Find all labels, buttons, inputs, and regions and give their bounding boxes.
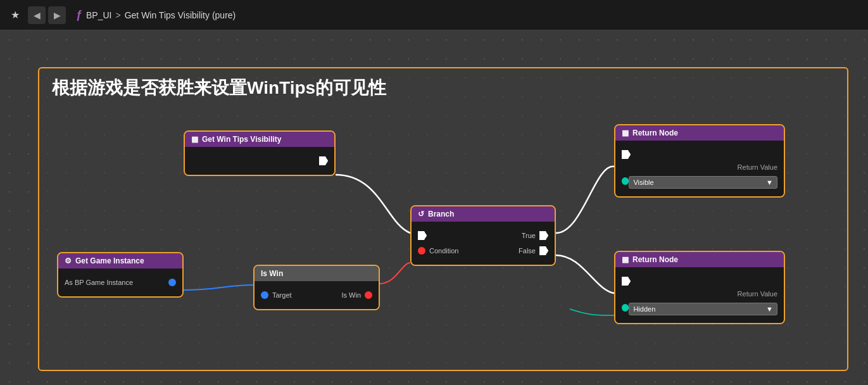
as-bp-row: As BP Game Instance [65, 276, 176, 289]
node-get-win-tips[interactable]: ▦ Get Win Tips Visibility [184, 130, 336, 176]
branch-exec-in-pin[interactable] [418, 231, 427, 240]
node-return-true[interactable]: ▦ Return Node Return Value Visible ▼ [614, 124, 785, 198]
func-icon: ƒ [76, 8, 82, 22]
breadcrumb: ƒ BP_UI > Get Win Tips Visibility (pure) [76, 8, 236, 22]
node-branch[interactable]: ↺ Branch True Condition False [410, 205, 556, 266]
node-get-win-tips-body [185, 147, 334, 175]
node-is-win-body: Target Is Win [255, 281, 379, 309]
as-bp-out-pin[interactable] [168, 279, 176, 286]
branch-condition-pin[interactable] [418, 247, 425, 255]
branch-true-pin[interactable] [539, 231, 548, 240]
forward-button[interactable]: ▶ [48, 6, 66, 24]
return-false-dropdown[interactable]: Hidden ▼ [629, 303, 777, 315]
target-in-pin[interactable] [261, 291, 268, 299]
node-return-false-body: Return Value Hidden ▼ [615, 267, 784, 323]
branch-true-label: True [522, 232, 536, 239]
branch-refresh-icon: ↺ [418, 210, 424, 218]
return-true-dropdown[interactable]: Visible ▼ [629, 176, 777, 189]
back-button[interactable]: ◀ [28, 6, 46, 24]
chevron-down-false-icon: ▼ [766, 305, 773, 313]
return-false-value-label: Return Value [622, 290, 777, 298]
node-get-game-instance-title: Get Game Instance [75, 256, 144, 265]
node-return-false[interactable]: ▦ Return Node Return Value Hidden ▼ [614, 251, 785, 324]
return-true-dropdown-value: Visible [633, 179, 653, 186]
return-false-dropdown-value: Hidden [633, 305, 655, 313]
node-is-win[interactable]: Is Win Target Is Win [253, 265, 380, 310]
nav-buttons: ◀ ▶ [28, 6, 66, 24]
return-false-value-row: Hidden ▼ [622, 300, 777, 315]
node-return-true-title: Return Node [632, 129, 678, 137]
node-branch-header: ↺ Branch [412, 206, 555, 222]
return-true-value-row: Visible ▼ [622, 174, 777, 189]
branch-condition-label: Condition [429, 247, 519, 255]
return-true-grid-icon: ▦ [622, 129, 629, 137]
as-bp-label: As BP Game Instance [65, 279, 133, 286]
node-branch-body: True Condition False [412, 222, 555, 265]
return-true-value-pin[interactable] [622, 177, 629, 185]
return-false-exec-row [622, 275, 777, 287]
return-false-exec-in-pin[interactable] [622, 277, 631, 286]
exec-out-pin[interactable] [319, 156, 328, 165]
branch-false-pin[interactable] [539, 246, 548, 255]
bookmark-icon[interactable]: ★ [8, 8, 23, 23]
node-return-true-body: Return Value Visible ▼ [615, 141, 784, 196]
return-false-grid-icon: ▦ [622, 255, 629, 264]
node-get-win-tips-title: Get Win Tips Visibility [202, 135, 281, 144]
is-win-label: Is Win [341, 291, 361, 299]
node-return-false-header: ▦ Return Node [615, 252, 784, 267]
node-get-win-tips-header: ▦ Get Win Tips Visibility [185, 132, 334, 147]
node-is-win-header: Is Win [255, 266, 379, 281]
chevron-down-icon: ▼ [766, 179, 773, 186]
target-label: Target [272, 291, 341, 299]
node-get-game-instance-header: ⚙ Get Game Instance [58, 253, 182, 268]
grid-icon: ▦ [191, 135, 198, 144]
return-false-value-pin[interactable] [622, 304, 629, 312]
node-branch-title: Branch [428, 210, 454, 218]
target-row: Target Is Win [261, 289, 372, 301]
canvas-area[interactable]: 根据游戏是否获胜来设置WinTips的可见性 ▦ Get Win Tips Vi… [0, 30, 868, 385]
branch-exec-row: True [418, 229, 548, 242]
breadcrumb-function[interactable]: Get Win Tips Visibility (pure) [125, 10, 236, 20]
breadcrumb-project[interactable]: BP_UI [86, 10, 111, 20]
is-win-out-pin[interactable] [365, 291, 372, 299]
branch-false-label: False [519, 247, 536, 255]
return-true-exec-row [622, 148, 777, 161]
exec-out-row [191, 155, 328, 167]
comment-label: 根据游戏是否获胜来设置WinTips的可见性 [52, 76, 386, 100]
node-is-win-title: Is Win [261, 269, 283, 278]
return-true-value-label: Return Value [622, 163, 777, 171]
branch-condition-row: Condition False [418, 244, 548, 257]
top-bar: ★ ◀ ▶ ƒ BP_UI > Get Win Tips Visibility … [0, 0, 868, 30]
return-true-exec-in-pin[interactable] [622, 150, 631, 159]
node-return-true-header: ▦ Return Node [615, 125, 784, 141]
gear-icon: ⚙ [65, 256, 72, 265]
node-get-game-instance[interactable]: ⚙ Get Game Instance As BP Game Instance [57, 252, 184, 298]
node-return-false-title: Return Node [632, 255, 678, 264]
node-get-game-instance-body: As BP Game Instance [58, 268, 182, 296]
breadcrumb-separator: > [115, 10, 120, 20]
